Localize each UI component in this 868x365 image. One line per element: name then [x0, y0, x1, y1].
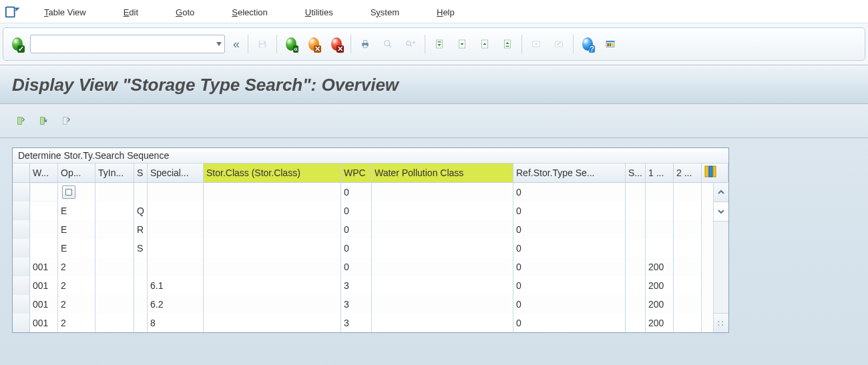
menu-goto[interactable]: Goto [170, 5, 200, 20]
scroll-down-button[interactable] [714, 202, 728, 222]
row-selector-header[interactable] [13, 163, 30, 182]
cell-storage-class[interactable] [204, 258, 341, 276]
table-row[interactable]: 00126.130200 [13, 276, 713, 295]
cell-1[interactable]: 200 [646, 258, 674, 276]
cell-s[interactable] [134, 276, 148, 295]
ok-code-input[interactable] [30, 35, 225, 53]
cell-s2[interactable] [626, 183, 646, 202]
cell-operation[interactable]: 2 [58, 276, 95, 295]
menu-selection[interactable]: Selection [226, 5, 272, 20]
cell-operation[interactable]: E [58, 239, 95, 258]
row-selector[interactable] [13, 202, 30, 220]
f4-help-icon[interactable] [62, 186, 75, 199]
row-selector[interactable] [13, 276, 30, 295]
cell-s[interactable]: S [134, 239, 148, 258]
expand-all-button[interactable] [12, 112, 29, 129]
col-special[interactable]: Special... [148, 163, 204, 182]
table-row[interactable]: 00126.230200 [13, 295, 713, 314]
cell-ref-stor-type[interactable]: 0 [513, 295, 626, 314]
help-button[interactable]: ? [578, 34, 598, 54]
table-row[interactable]: EQ00 [13, 202, 713, 220]
layout-menu-button[interactable] [600, 34, 620, 54]
cell-special[interactable]: 6.1 [148, 276, 204, 295]
cell-water-pollution-class[interactable] [372, 258, 513, 276]
prev-page-button[interactable] [452, 34, 472, 54]
col-water-pollution-class[interactable]: Water Pollution Class [372, 163, 513, 182]
scrollbar-track[interactable] [714, 222, 728, 313]
cell-storage-class[interactable] [204, 239, 341, 258]
scroll-up-button[interactable] [714, 183, 728, 202]
col-type-indicator[interactable]: TyIn... [95, 163, 134, 182]
exit-button[interactable]: ✕ [304, 34, 324, 54]
back-button[interactable]: « [281, 34, 301, 54]
cell-2[interactable] [674, 239, 702, 258]
cell-storage-class[interactable] [204, 220, 341, 239]
row-selector[interactable] [13, 258, 30, 276]
cell-1[interactable] [646, 239, 674, 258]
cell-ref-stor-type[interactable]: 0 [513, 239, 626, 258]
cell-storage-class[interactable] [204, 314, 341, 332]
cell-wpc[interactable]: 3 [341, 295, 372, 314]
col-s2[interactable]: S... [626, 163, 646, 182]
cell-special[interactable]: 8 [148, 314, 204, 332]
cell-water-pollution-class[interactable] [372, 295, 513, 314]
col-1[interactable]: 1 ... [646, 163, 674, 182]
table-row[interactable]: 001200200 [13, 258, 713, 276]
cell-s[interactable] [134, 183, 148, 202]
scroll-options-button[interactable]: ∷ [714, 313, 728, 332]
col-ref-stor-type[interactable]: Ref.Stor.Type Se... [513, 163, 626, 182]
cell-type-indicator[interactable] [95, 202, 134, 220]
cell-special[interactable] [148, 202, 204, 220]
cell-s[interactable]: R [134, 220, 148, 239]
cell-s[interactable] [134, 295, 148, 314]
row-selector[interactable] [13, 239, 30, 258]
cell-operation[interactable] [58, 183, 95, 202]
cell-water-pollution-class[interactable] [372, 276, 513, 295]
cell-wpc[interactable]: 0 [341, 220, 372, 239]
table-row[interactable]: ER00 [13, 220, 713, 239]
cell-wpc[interactable]: 0 [341, 239, 372, 258]
col-2[interactable]: 2 ... [674, 163, 702, 182]
save-button[interactable] [252, 34, 272, 54]
menu-utilities[interactable]: Utilities [300, 5, 339, 20]
cell-type-indicator[interactable] [95, 276, 134, 295]
cell-ref-stor-type[interactable]: 0 [513, 276, 626, 295]
cell-warehouse[interactable] [30, 239, 58, 258]
cell-wpc[interactable]: 0 [341, 202, 372, 220]
cell-ref-stor-type[interactable]: 0 [513, 183, 626, 202]
cell-water-pollution-class[interactable] [372, 183, 513, 202]
row-selector[interactable] [13, 314, 30, 332]
cell-storage-class[interactable] [204, 295, 341, 314]
cell-special[interactable] [148, 239, 204, 258]
cell-1[interactable] [646, 220, 674, 239]
table-settings-button[interactable] [702, 163, 728, 182]
cell-storage-class[interactable] [204, 202, 341, 220]
cell-storage-class[interactable] [204, 276, 341, 295]
col-wpc[interactable]: WPC [341, 163, 372, 182]
menu-edit[interactable]: Edit [118, 5, 144, 20]
table-row[interactable]: 00 [13, 183, 713, 202]
row-selector[interactable] [13, 220, 30, 239]
select-all-button[interactable] [35, 112, 52, 129]
cell-1[interactable]: 200 [646, 295, 674, 314]
cancel-button[interactable]: ✕ [327, 34, 347, 54]
cell-s2[interactable] [626, 258, 646, 276]
cell-operation[interactable]: E [58, 202, 95, 220]
first-page-button[interactable] [429, 34, 449, 54]
cell-special[interactable]: 6.2 [148, 295, 204, 314]
cell-operation[interactable]: 2 [58, 314, 95, 332]
cell-storage-class[interactable] [204, 183, 341, 202]
deselect-all-button[interactable] [57, 112, 75, 129]
cell-s[interactable] [134, 258, 148, 276]
last-page-button[interactable] [497, 34, 517, 54]
cell-special[interactable] [148, 220, 204, 239]
cell-wpc[interactable]: 0 [341, 258, 372, 276]
col-storage-class[interactable]: Stor.Class (Stor.Class) [204, 163, 341, 182]
cell-s2[interactable] [626, 202, 646, 220]
cell-s[interactable]: Q [134, 202, 148, 220]
cell-wpc[interactable]: 0 [341, 183, 372, 202]
cell-warehouse[interactable]: 001 [30, 276, 58, 295]
cell-s2[interactable] [626, 220, 646, 239]
cell-warehouse[interactable]: 001 [30, 314, 58, 332]
cell-special[interactable] [148, 183, 204, 202]
